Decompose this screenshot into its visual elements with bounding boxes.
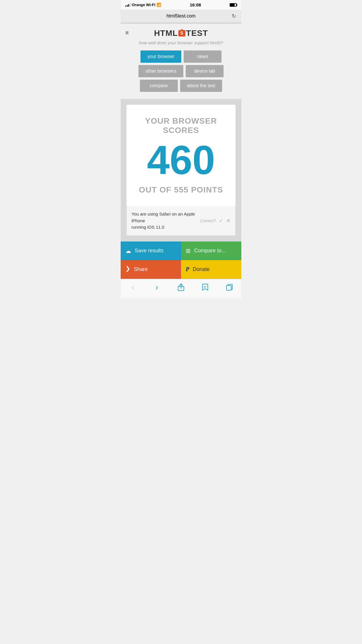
status-left: Orange Wi-Fi 📶 xyxy=(125,3,161,7)
nav-your-browser[interactable]: your browser xyxy=(140,50,181,63)
action-buttons: ☁ Save results ⊞ Compare to... ❮ Share P… xyxy=(121,242,241,279)
tabs-button[interactable] xyxy=(222,282,237,293)
score-card: Your Browser Scores 460 Out of 555 Point… xyxy=(126,105,236,206)
svg-rect-1 xyxy=(226,286,231,290)
status-right xyxy=(230,3,237,7)
share-icon: ❮ xyxy=(125,266,130,273)
browser-text: You are using Safari on an Apple iPhoner… xyxy=(131,211,200,231)
share-button[interactable]: ❮ Share xyxy=(121,260,181,279)
main-content: Your Browser Scores 460 Out of 555 Point… xyxy=(121,99,241,242)
save-label: Save results xyxy=(135,248,164,254)
nav-about-test[interactable]: about the test xyxy=(180,80,222,92)
carrier-name: Orange Wi-Fi xyxy=(132,3,155,7)
save-button[interactable]: ☁ Save results xyxy=(121,242,181,260)
logo-suffix: TEST xyxy=(186,29,208,38)
nav-buttons: your browser news other browsers device … xyxy=(125,50,237,92)
compare-icon: ⊞ xyxy=(186,247,191,254)
status-time: 16:08 xyxy=(190,2,201,7)
nav-news[interactable]: news xyxy=(184,50,222,63)
paypal-icon: P xyxy=(186,266,189,273)
save-icon: ☁ xyxy=(125,247,131,254)
compare-button[interactable]: ⊞ Compare to... xyxy=(181,242,241,260)
nav-row-2: other browsers device lab xyxy=(138,65,224,77)
bookmarks-button[interactable] xyxy=(198,282,212,293)
reload-button[interactable]: ↻ xyxy=(230,12,238,20)
correct-area: Correct? ✓ ✕ xyxy=(200,218,231,224)
logo: HTML 5 TEST xyxy=(125,29,237,38)
tagline: how well does your browser support html5… xyxy=(125,40,237,45)
nav-compare[interactable]: compare xyxy=(140,80,178,92)
status-bar: Orange Wi-Fi 📶 16:08 xyxy=(121,0,241,10)
correct-label: Correct? xyxy=(200,218,216,223)
url-bar[interactable]: html5test.com ↻ xyxy=(121,10,241,23)
forward-button[interactable]: › xyxy=(150,282,164,293)
score-number: 460 xyxy=(132,140,230,181)
compare-label: Compare to... xyxy=(194,248,226,254)
nav-row-3: compare about the test xyxy=(140,80,222,92)
correct-check-icon[interactable]: ✓ xyxy=(219,218,223,224)
nav-other-browsers[interactable]: other browsers xyxy=(138,65,183,77)
nav-row-1: your browser news xyxy=(140,50,222,63)
logo-area: HTML 5 TEST xyxy=(125,29,237,38)
signal-icon xyxy=(125,3,131,7)
url-text[interactable]: html5test.com xyxy=(132,13,230,19)
score-label: Your Browser Scores xyxy=(132,116,230,135)
share-nav-button[interactable] xyxy=(174,282,188,293)
header: ≡ HTML 5 TEST how well does your browser… xyxy=(121,24,241,99)
logo-badge: 5 xyxy=(178,30,185,36)
browser-info: You are using Safari on an Apple iPhoner… xyxy=(126,206,236,236)
share-label: Share xyxy=(134,266,148,272)
logo-prefix: HTML xyxy=(154,29,178,38)
wifi-icon: 📶 xyxy=(157,3,161,7)
donate-label: Donate xyxy=(193,266,210,272)
nav-device-lab[interactable]: device lab xyxy=(186,65,224,77)
donate-button[interactable]: P Donate xyxy=(181,260,241,279)
bottom-nav: ‹ › xyxy=(121,279,241,298)
battery-icon xyxy=(230,3,237,7)
score-total: Out of 555 Points xyxy=(132,185,230,195)
back-button[interactable]: ‹ xyxy=(125,282,140,293)
correct-x-icon[interactable]: ✕ xyxy=(226,218,231,224)
